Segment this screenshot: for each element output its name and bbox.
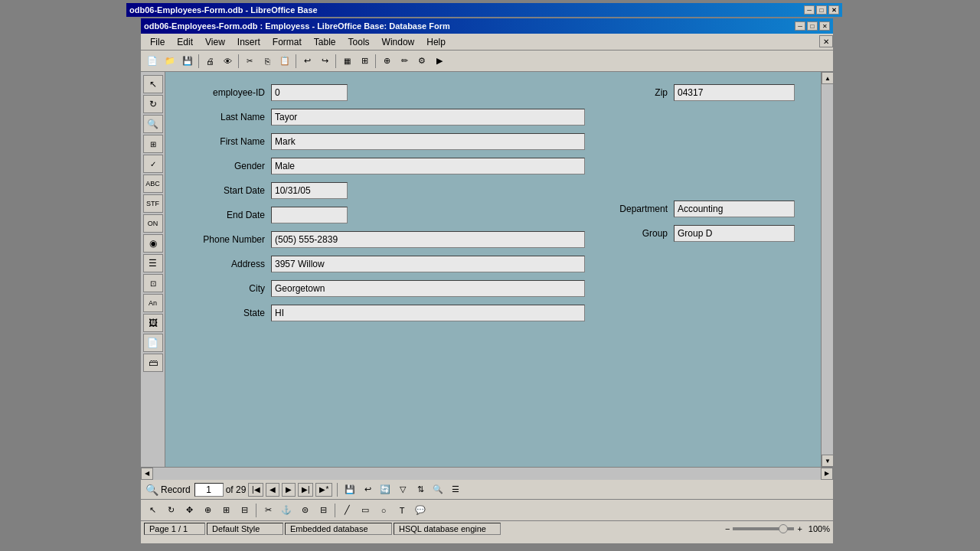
tool-rotate[interactable]: ↻	[143, 95, 163, 113]
tool-db[interactable]: 🗃	[143, 354, 163, 372]
toolbar-save-btn[interactable]: 💾	[179, 53, 196, 70]
nav-last-btn[interactable]: ▶|	[298, 483, 313, 497]
menu-edit[interactable]: Edit	[171, 35, 199, 49]
outer-maximize-btn[interactable]: □	[816, 5, 827, 15]
nav-new-btn[interactable]: ▶*	[315, 483, 332, 497]
btoolbar-rect-btn[interactable]: ▭	[357, 502, 374, 519]
tool-list[interactable]: ☰	[143, 254, 163, 272]
menu-tools[interactable]: Tools	[342, 35, 376, 49]
last-name-input[interactable]	[271, 109, 585, 126]
zoom-in-btn[interactable]: +	[797, 524, 802, 533]
scroll-right-btn[interactable]: ▶	[821, 468, 833, 480]
nav-prev-btn[interactable]: ◀	[266, 483, 279, 497]
btoolbar-zoom2-btn[interactable]: ⊟	[236, 502, 253, 519]
zoom-slider[interactable]	[733, 527, 794, 530]
tool-stf[interactable]: STF	[143, 194, 163, 213]
record-input[interactable]	[194, 483, 224, 497]
nav-filter-btn[interactable]: ▽	[395, 483, 410, 497]
city-input[interactable]	[271, 280, 585, 297]
btoolbar-point-btn[interactable]: ⊕	[199, 502, 216, 519]
form-close-btn[interactable]: ✕	[819, 35, 833, 47]
zip-input[interactable]	[674, 84, 795, 101]
phone-row: Phone Number	[181, 231, 599, 248]
phone-input[interactable]	[271, 231, 585, 248]
gender-input[interactable]	[271, 158, 585, 174]
inner-maximize-btn[interactable]: □	[807, 21, 818, 31]
inner-minimize-btn[interactable]: ─	[795, 21, 805, 31]
toolbar-nav-btn[interactable]: ⊞	[356, 53, 373, 70]
toolbar-preview-btn[interactable]: 👁	[219, 53, 236, 70]
employee-id-input[interactable]	[271, 84, 348, 101]
btoolbar-rotate-btn[interactable]: ↻	[162, 502, 179, 519]
toolbar-sep2	[238, 54, 239, 68]
toolbar-redo-btn[interactable]: ↪	[316, 53, 333, 70]
btoolbar-text-btn[interactable]: T	[394, 502, 410, 519]
nav-refresh-btn[interactable]: 🔄	[377, 483, 393, 497]
tool-image[interactable]: 🖼	[143, 314, 163, 332]
tool-select[interactable]: ↖	[143, 75, 163, 93]
outer-close-btn[interactable]: ✕	[828, 5, 839, 15]
toolbar-undo-btn[interactable]: ↩	[299, 53, 315, 70]
toolbar-cursor-btn[interactable]: ⊕	[378, 53, 395, 70]
toolbar-new-btn[interactable]: 📄	[144, 53, 161, 70]
toolbar-form-btn[interactable]: ▦	[338, 53, 355, 70]
toolbar-macro-btn[interactable]: ▶	[431, 53, 448, 70]
toolbar-copy-btn[interactable]: ⎘	[259, 53, 276, 70]
btoolbar-cut-btn[interactable]: ✂	[260, 502, 276, 519]
nav-save-btn[interactable]: 💾	[342, 483, 358, 497]
menu-help[interactable]: Help	[420, 35, 452, 49]
toolbar-paste-btn[interactable]: 📋	[276, 53, 293, 70]
address-input[interactable]	[271, 256, 585, 272]
tool-file[interactable]: 📄	[143, 334, 163, 352]
menu-insert[interactable]: Insert	[231, 35, 266, 49]
tool-check[interactable]: ✓	[143, 155, 163, 173]
inner-close-btn[interactable]: ✕	[819, 21, 830, 31]
nav-search-btn[interactable]: 🔍	[430, 483, 446, 497]
nav-undo-btn[interactable]: ↩	[360, 483, 375, 497]
nav-next-btn[interactable]: ▶	[282, 483, 296, 497]
toolbar-draw-btn[interactable]: ✏	[396, 53, 413, 70]
toolbar-print-btn[interactable]: 🖨	[201, 53, 218, 70]
end-date-input[interactable]	[271, 207, 348, 223]
nav-extra-btn[interactable]: ☰	[448, 483, 463, 497]
btoolbar-select-btn[interactable]: ↖	[144, 502, 161, 519]
menu-window[interactable]: Window	[376, 35, 421, 49]
gender-row: Gender	[181, 158, 599, 174]
first-name-input[interactable]	[271, 133, 585, 150]
btoolbar-ellipse-btn[interactable]: ○	[375, 502, 392, 519]
btoolbar-align-btn[interactable]: ⊜	[296, 502, 313, 519]
btoolbar-line-btn[interactable]: ╱	[338, 502, 355, 519]
tool-zoom[interactable]: 🔍	[143, 115, 163, 133]
department-label: Department	[606, 204, 668, 214]
menu-table[interactable]: Table	[308, 35, 342, 49]
btoolbar-callout-btn[interactable]: 💬	[412, 502, 429, 519]
tool-text[interactable]: ⊞	[143, 135, 163, 153]
nav-first-btn[interactable]: |◀	[248, 483, 263, 497]
start-date-input[interactable]	[271, 182, 348, 199]
toolbar-open-btn[interactable]: 📁	[162, 53, 178, 70]
toolbar-design-btn[interactable]: ⚙	[413, 53, 430, 70]
scroll-left-btn[interactable]: ◀	[141, 468, 153, 480]
nav-sort-btn[interactable]: ⇅	[413, 483, 428, 497]
menu-file[interactable]: File	[144, 35, 171, 49]
tool-on[interactable]: ON	[143, 214, 163, 233]
tool-combo[interactable]: ⊡	[143, 274, 163, 292]
btoolbar-dist-btn[interactable]: ⊟	[315, 502, 332, 519]
zoom-out-btn[interactable]: −	[725, 524, 730, 533]
btoolbar-zoom-btn[interactable]: ⊞	[217, 502, 234, 519]
tool-circle[interactable]: ◉	[143, 234, 163, 253]
state-input[interactable]	[271, 305, 585, 321]
menu-view[interactable]: View	[199, 35, 231, 49]
tool-An[interactable]: An	[143, 294, 163, 312]
menu-format[interactable]: Format	[266, 35, 308, 49]
db-status: Embedded database	[285, 523, 392, 535]
scroll-up-btn[interactable]: ▲	[822, 72, 834, 84]
group-input[interactable]	[674, 225, 795, 242]
scroll-down-btn[interactable]: ▼	[822, 455, 834, 467]
tool-abc[interactable]: ABC	[143, 174, 163, 193]
department-input[interactable]	[674, 201, 795, 217]
outer-minimize-btn[interactable]: ─	[804, 5, 815, 15]
toolbar-cut-btn[interactable]: ✂	[241, 53, 258, 70]
btoolbar-move-btn[interactable]: ✥	[181, 502, 198, 519]
btoolbar-anchor-btn[interactable]: ⚓	[278, 502, 295, 519]
